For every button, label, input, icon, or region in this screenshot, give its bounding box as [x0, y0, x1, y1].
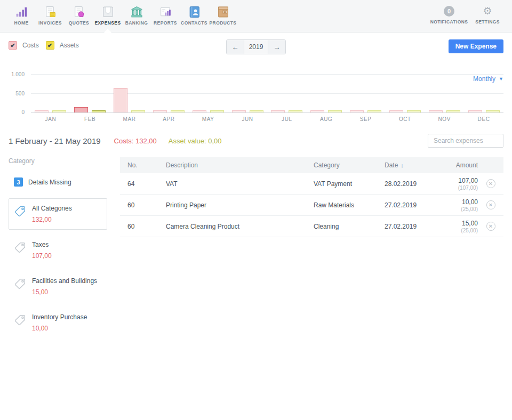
- header-amount[interactable]: Amount: [435, 161, 478, 169]
- x-axis-label-dec: DEC: [464, 116, 503, 122]
- previous-year-button[interactable]: ←: [227, 40, 244, 54]
- expenses-chart: Monthly ▼ 1.000 500 0 JANFEBMARAPRMAYJUN…: [0, 74, 512, 122]
- tag-icon: [13, 313, 27, 327]
- cell-no: 60: [120, 201, 166, 209]
- assets-bar-may[interactable]: [210, 110, 224, 112]
- assets-bar-apr[interactable]: [171, 110, 185, 112]
- assets-bar-jun[interactable]: [250, 110, 263, 112]
- assets-filter[interactable]: ✔ Assets: [46, 41, 79, 50]
- assets-bar-mar[interactable]: [131, 110, 145, 112]
- costs-bar-jan[interactable]: [35, 110, 49, 112]
- next-year-button[interactable]: →: [268, 40, 285, 54]
- assets-bar-feb[interactable]: [92, 110, 106, 112]
- cell-date: 27.02.2019: [385, 223, 435, 230]
- header-date[interactable]: Date ↓: [385, 161, 435, 169]
- nav-item-banking[interactable]: BANKING: [122, 0, 151, 32]
- costs-bar-jun[interactable]: [232, 110, 246, 112]
- category-item[interactable]: All Categories 132,00: [9, 198, 107, 230]
- top-navigation: HOME INVOICES QUOTES EXPENSES BANKING RE…: [0, 0, 512, 33]
- settings-button[interactable]: ⚙ SETTINGS: [468, 0, 507, 32]
- assets-bar-sep[interactable]: [367, 110, 381, 112]
- costs-bar-apr[interactable]: [153, 110, 167, 112]
- x-axis-label-feb: FEB: [70, 116, 110, 122]
- category-item-label: Facilities and Buildings: [32, 277, 97, 285]
- home-chart-icon: [14, 5, 28, 19]
- chart-bars: [31, 74, 503, 112]
- costs-bar-mar[interactable]: [114, 88, 127, 112]
- costs-bar-feb[interactable]: [74, 107, 88, 112]
- header-description[interactable]: Description: [166, 161, 314, 169]
- costs-bar-may[interactable]: [193, 110, 206, 112]
- month-group-sep: [346, 74, 386, 112]
- x-axis-label-nov: NOV: [425, 116, 464, 122]
- nav-item-reports[interactable]: REPORTS: [151, 0, 180, 32]
- table-row[interactable]: 64 VAT VAT Payment 28.02.2019 107,00 (10…: [120, 173, 503, 195]
- costs-checkbox[interactable]: ✔: [9, 41, 17, 50]
- notifications-label: NOTIFICATIONS: [430, 19, 468, 25]
- cell-amount-secondary: (25,00): [435, 228, 478, 233]
- x-axis-label-aug: AUG: [307, 116, 346, 122]
- nav-item-quotes[interactable]: QUOTES: [65, 0, 93, 32]
- category-item[interactable]: Facilities and Buildings 15,00: [9, 271, 107, 302]
- assets-bar-oct[interactable]: [407, 110, 421, 112]
- table-row[interactable]: 60 Camera Cleaning Product Cleaning 27.0…: [120, 216, 503, 237]
- table-body: 64 VAT VAT Payment 28.02.2019 107,00 (10…: [120, 173, 503, 237]
- remove-row-button[interactable]: ✕: [486, 200, 495, 209]
- month-group-jul: [267, 74, 307, 112]
- nav-item-products[interactable]: PRODUCTS: [209, 0, 237, 32]
- category-item[interactable]: Taxes 107,00: [9, 235, 107, 266]
- gear-icon: ⚙: [483, 6, 492, 17]
- remove-row-button[interactable]: ✕: [486, 222, 495, 231]
- costs-bar-dec[interactable]: [468, 110, 482, 112]
- new-expense-button[interactable]: New Expense: [449, 39, 503, 53]
- category-item-label: Taxes: [32, 241, 52, 249]
- reports-chart-icon: [158, 5, 172, 19]
- invoices-doc-icon: [43, 5, 57, 19]
- assets-bar-nov[interactable]: [446, 110, 460, 112]
- assets-bar-jan[interactable]: [52, 110, 66, 112]
- costs-bar-nov[interactable]: [429, 110, 443, 112]
- notifications-button[interactable]: 0 NOTIFICATIONS: [430, 0, 468, 32]
- nav-item-home[interactable]: HOME: [7, 0, 36, 32]
- costs-bar-aug[interactable]: [310, 110, 324, 112]
- assets-bar-aug[interactable]: [328, 110, 342, 112]
- costs-filter[interactable]: ✔ Costs: [9, 41, 39, 50]
- table-header-row: No. Description Category Date ↓ Amount: [120, 157, 503, 173]
- x-axis-label-jun: JUN: [228, 116, 267, 122]
- assets-checkbox[interactable]: ✔: [46, 41, 54, 50]
- cell-no: 60: [120, 223, 166, 230]
- cell-amount: 15,00: [435, 220, 478, 227]
- nav-item-invoices[interactable]: INVOICES: [36, 0, 65, 32]
- month-group-oct: [385, 74, 425, 112]
- month-group-mar: [110, 74, 149, 112]
- cell-category: Cleaning: [314, 223, 385, 230]
- assets-bar-dec[interactable]: [486, 110, 500, 112]
- nav-item-expenses[interactable]: EXPENSES: [93, 0, 122, 32]
- expenses-tray-icon: [101, 5, 115, 19]
- nav-item-contacts[interactable]: CONTACTS: [180, 0, 209, 32]
- category-item[interactable]: Inventory Purchase 10,00: [9, 307, 107, 338]
- nav-item-label: HOME: [14, 20, 28, 26]
- costs-bar-sep[interactable]: [350, 110, 364, 112]
- details-missing-count-badge: 3: [14, 177, 23, 187]
- x-axis-label-sep: SEP: [346, 116, 386, 122]
- asset-value-label: Asset value: 0,00: [169, 137, 222, 145]
- summary-row: 1 February - 21 May 2019 Costs: 132,00 A…: [9, 134, 503, 148]
- cell-date: 28.02.2019: [385, 180, 435, 188]
- date-range-label: 1 February - 21 May 2019: [9, 136, 101, 146]
- table-row[interactable]: 60 Printing Paper Raw Materials 27.02.20…: [120, 195, 503, 216]
- cell-category: VAT Payment: [314, 180, 385, 188]
- assets-bar-jul[interactable]: [289, 110, 302, 112]
- details-missing-filter[interactable]: 3 Details Missing: [14, 177, 107, 187]
- header-category[interactable]: Category: [314, 161, 385, 169]
- tag-icon: [13, 205, 27, 218]
- category-item-label: All Categories: [32, 205, 72, 213]
- month-group-may: [188, 74, 228, 112]
- costs-bar-jul[interactable]: [271, 110, 285, 112]
- chart-plot-area: 1.000 500 0: [31, 74, 503, 113]
- nav-item-label: QUOTES: [69, 20, 89, 26]
- search-input[interactable]: [428, 134, 503, 148]
- costs-bar-oct[interactable]: [389, 110, 403, 112]
- header-no[interactable]: No.: [120, 161, 166, 169]
- remove-row-button[interactable]: ✕: [486, 179, 495, 188]
